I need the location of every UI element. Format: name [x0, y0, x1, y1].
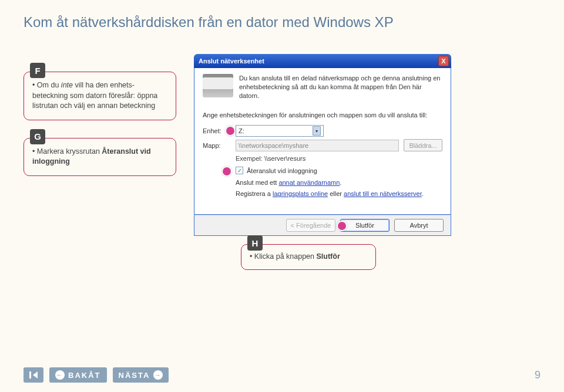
first-arrow-icon	[33, 371, 38, 379]
step-g-card: G • Markera kryssrutan Återanslut vid in…	[24, 138, 176, 176]
link1-post: .	[340, 179, 341, 186]
enhet-select[interactable]: Z: ▾	[236, 125, 324, 137]
example-text: Exempel: \\server\resurs	[236, 155, 442, 162]
first-bar-icon	[29, 371, 31, 379]
link2-pre: Registrera a	[236, 190, 273, 197]
cancel-button[interactable]: Avbryt	[394, 219, 444, 232]
arrow-left-icon: ←	[55, 370, 65, 380]
dialog-titlebar: Anslut nätverksenhet X	[194, 54, 451, 68]
step-h-pre: Klicka på knappen	[254, 252, 317, 261]
back-nav-label: BAKÅT	[68, 371, 101, 380]
mapp-label: Mapp:	[203, 142, 231, 149]
first-page-button[interactable]	[24, 367, 43, 383]
dialog-window: Anslut nätverksenhet X Du kan ansluta ti…	[194, 54, 451, 270]
link2-post: .	[422, 190, 424, 197]
step-f-badge: F	[30, 63, 45, 78]
enhet-value: Z:	[239, 127, 244, 134]
reconnect-checkbox[interactable]: ✓	[236, 167, 243, 174]
link1-pre: Anslut med ett	[236, 179, 278, 186]
back-nav-button[interactable]: ← BAKÅT	[49, 367, 107, 383]
next-nav-button[interactable]: NÄSTA →	[113, 367, 169, 383]
page-number: 9	[535, 369, 540, 381]
marker-icon	[337, 221, 347, 231]
footer-nav: ← BAKÅT NÄSTA → 9	[24, 367, 540, 383]
arrow-right-icon: →	[153, 370, 163, 380]
dialog-title-text: Anslut nätverksenhet	[199, 58, 264, 65]
browse-button[interactable]: Bläddra...	[404, 139, 442, 151]
dialog-desc-1: Du kan ansluta till en delad nätverksmap…	[239, 74, 442, 100]
marker-icon	[225, 126, 236, 136]
reconnect-label: Återanslut vid inloggning	[247, 167, 317, 174]
network-drive-icon	[203, 74, 233, 97]
step-g-badge: G	[30, 129, 45, 144]
step-f-ital: inte	[61, 81, 73, 89]
online-storage-link[interactable]: lagringsplats online	[273, 190, 328, 197]
dialog-desc-2: Ange enhetsbeteckningen för anslutningen…	[203, 111, 442, 120]
step-h-bold: Slutför	[317, 252, 340, 261]
page-title: Kom åt nätverkshårddisken från en dator …	[24, 14, 540, 31]
finish-button[interactable]: Slutför	[340, 219, 390, 232]
other-username-link[interactable]: annat användarnamn	[278, 179, 340, 186]
link2-mid: eller	[328, 190, 344, 197]
chevron-down-icon[interactable]: ▾	[313, 126, 321, 136]
step-h-badge: H	[247, 235, 263, 251]
mapp-input[interactable]: \\networkspace\myshare	[236, 140, 399, 151]
next-nav-label: NÄSTA	[119, 371, 150, 380]
marker-icon	[221, 166, 232, 177]
step-f-text: • Om du inte vill ha den enhets­beteckni…	[32, 80, 167, 111]
step-g-text: • Markera kryssrutan Återanslut vid inlo…	[32, 147, 167, 167]
step-h-card: H • Klicka på knappen Slutför	[241, 244, 376, 270]
step-f-pre: Om du	[37, 81, 61, 89]
close-icon[interactable]: X	[438, 56, 449, 66]
network-server-link[interactable]: anslut till en nätverksserver	[344, 190, 422, 197]
step-g-pre: Markera kryssrutan	[37, 147, 102, 156]
step-f-card: F • Om du inte vill ha den enhets­beteck…	[24, 72, 176, 120]
step-h-text: • Klicka på knappen Slutför	[250, 252, 367, 262]
back-button: < Föregående	[286, 219, 335, 232]
